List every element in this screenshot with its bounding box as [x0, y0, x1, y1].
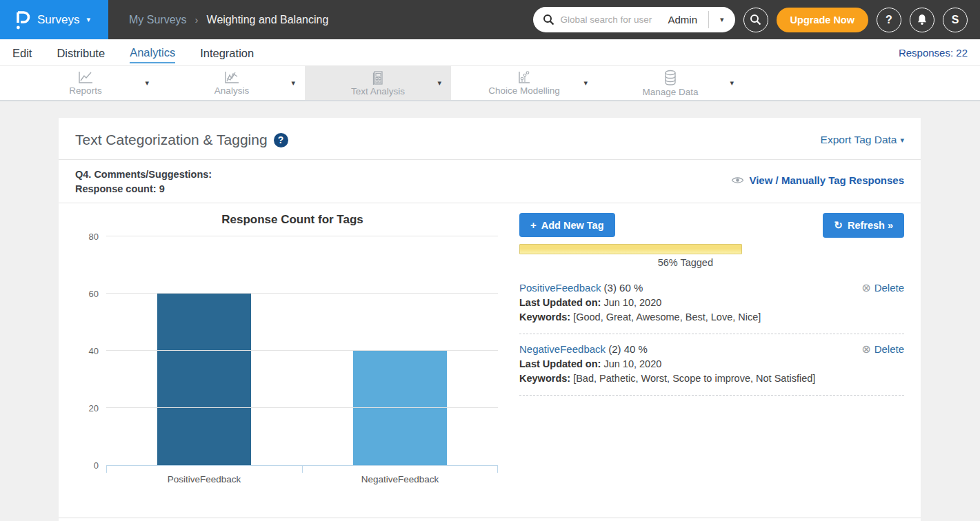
tag-meta: (3) 60 % [601, 282, 643, 294]
user-avatar[interactable]: S [943, 8, 968, 32]
product-name: Surveys [37, 13, 79, 27]
eye-icon [731, 176, 744, 185]
choice-modelling-caret-icon[interactable]: ▾ [583, 79, 588, 87]
view-manually-tag-label: View / Manually Tag Responses [749, 174, 904, 186]
toolbar-tab-choice-modelling[interactable]: Choice Modelling ▾ [451, 66, 597, 100]
refresh-button[interactable]: ↻ Refresh » [823, 213, 904, 238]
question-summary: Q4. Comments/Suggestions: Response count… [75, 167, 212, 196]
tagged-progress-label: 56% Tagged [519, 257, 742, 268]
question-mark-icon: ? [886, 14, 892, 26]
refresh-icon: ↻ [834, 219, 843, 232]
toolbar-tab-analysis[interactable]: Analysis ▾ [159, 66, 305, 100]
gridline [106, 236, 498, 236]
delete-tag-button[interactable]: ⊗ Delete [861, 281, 904, 294]
analysis-caret-icon[interactable]: ▾ [291, 79, 295, 87]
surveys-menu[interactable]: Surveys ▾ [0, 0, 108, 39]
question-summary-row: Q4. Comments/Suggestions: Response count… [59, 160, 921, 203]
search-icon [750, 14, 761, 25]
circle-x-icon: ⊗ [861, 281, 870, 294]
y-axis-tick-label: 40 [75, 346, 99, 356]
quick-search-button[interactable] [743, 8, 768, 32]
tag-keywords-line: Keywords: [Bad, Pathetic, Worst, Scope t… [519, 371, 904, 386]
bar-NegativeFeedback[interactable] [353, 351, 447, 465]
text-analysis-caret-icon[interactable]: ▾ [437, 79, 441, 87]
bell-icon [917, 14, 928, 25]
axis-tick [497, 466, 498, 473]
top-bar: Surveys ▾ My Surveys › Weighting and Bal… [0, 0, 980, 39]
text-analysis-card: Text Categorization & Tagging ? Export T… [59, 118, 921, 521]
chart-title: Response Count for Tags [75, 213, 510, 227]
tab-distribute[interactable]: Distribute [57, 43, 105, 63]
responses-count: Responses: 22 [899, 47, 968, 59]
document-grid-icon [370, 70, 386, 85]
notifications-button[interactable] [910, 8, 934, 32]
analytics-toolbar: Reports ▾ Analysis ▾ Text Analysis [0, 66, 980, 101]
response-count: Response count: 9 [75, 182, 212, 196]
chart-xlabels: PositiveFeedbackNegativeFeedback [106, 472, 498, 484]
breadcrumb: My Surveys › Weighting and Balancing [108, 0, 328, 39]
bar-PositiveFeedback[interactable] [157, 294, 251, 465]
tab-analytics[interactable]: Analytics [130, 42, 175, 63]
delete-tag-button[interactable]: ⊗ Delete [861, 343, 904, 356]
tag-panel: + Add New Tag ↻ Refresh » 56% Tagged Pos… [510, 207, 904, 484]
axis-tick [302, 466, 303, 473]
bar-slot [106, 236, 302, 465]
page-title: Text Categorization & Tagging [75, 132, 268, 148]
tag-keywords-line: Keywords: [Good, Great, Awesome, Best, L… [519, 310, 904, 325]
y-axis-tick-label: 60 [75, 289, 99, 299]
add-new-tag-label: Add New Tag [541, 220, 604, 231]
y-axis-tick-label: 20 [75, 403, 99, 413]
line-chart-icon [77, 70, 94, 85]
last-updated-value: Jun 10, 2020 [601, 358, 661, 369]
export-tag-data-label: Export Tag Data [821, 134, 897, 146]
tab-edit[interactable]: Edit [12, 43, 32, 63]
last-updated-value: Jun 10, 2020 [601, 297, 661, 308]
tag-chart: Response Count for Tags 020406080 Positi… [75, 207, 510, 484]
tag-panel-actions: + Add New Tag ↻ Refresh » [519, 213, 904, 238]
breadcrumb-current-survey: Weighting and Balancing [207, 14, 329, 26]
search-scope-caret-icon[interactable]: ▾ [714, 16, 730, 23]
chart-x-axis [106, 465, 498, 472]
card-body: Response Count for Tags 020406080 Positi… [59, 203, 921, 484]
breadcrumb-separator: › [195, 14, 199, 25]
surveys-caret-icon: ▾ [86, 16, 90, 23]
delete-label: Delete [874, 343, 904, 355]
upgrade-now-button[interactable]: Upgrade Now [777, 8, 868, 32]
tab-integration[interactable]: Integration [200, 43, 254, 63]
manage-data-caret-icon[interactable]: ▾ [730, 79, 734, 87]
avatar-initial: S [952, 14, 959, 26]
last-updated-label: Last Updated on: [519, 297, 601, 308]
breadcrumb-my-surveys[interactable]: My Surveys [129, 14, 187, 26]
view-manually-tag-link[interactable]: View / Manually Tag Responses [731, 167, 904, 186]
add-new-tag-button[interactable]: + Add New Tag [519, 213, 615, 237]
keywords-value: [Good, Great, Awesome, Best, Love, Nice] [570, 311, 761, 323]
title-help-icon[interactable]: ? [274, 133, 288, 147]
refresh-label: Refresh » [848, 220, 893, 231]
tagged-progress-bar [519, 244, 742, 254]
circle-x-icon: ⊗ [861, 343, 870, 356]
gridline [106, 407, 498, 408]
tag-name-link[interactable]: NegativeFeedback [519, 343, 606, 355]
last-updated-label: Last Updated on: [519, 358, 601, 369]
global-search: Admin ▾ [533, 7, 734, 32]
keywords-label: Keywords: [519, 311, 570, 323]
multi-line-chart-icon [223, 70, 240, 85]
reports-caret-icon[interactable]: ▾ [145, 79, 149, 87]
tag-meta: (2) 40 % [606, 343, 648, 355]
toolbar-tab-text-analysis[interactable]: Text Analysis ▾ [305, 66, 451, 100]
toolbar-tab-label: Reports [69, 85, 101, 96]
search-scope-value[interactable]: Admin [668, 14, 703, 25]
question-label: Q4. Comments/Suggestions: [75, 167, 212, 182]
keywords-value: [Bad, Pathetic, Worst, Scope to improve,… [570, 373, 815, 384]
toolbar-tab-manage-data[interactable]: Manage Data ▾ [597, 66, 743, 100]
topbar-actions: Admin ▾ Upgrade Now ? S [533, 0, 980, 39]
database-icon [663, 70, 678, 86]
tag-title-line: NegativeFeedback (2) 40 % [519, 342, 904, 357]
gridline [106, 350, 498, 351]
tag-name-link[interactable]: PositiveFeedback [519, 282, 601, 294]
help-button[interactable]: ? [877, 8, 901, 32]
global-search-input[interactable] [560, 14, 662, 25]
toolbar-tab-reports[interactable]: Reports ▾ [12, 66, 159, 100]
export-tag-data-button[interactable]: Export Tag Data ▾ [821, 134, 904, 146]
card-header: Text Categorization & Tagging ? Export T… [59, 118, 921, 159]
